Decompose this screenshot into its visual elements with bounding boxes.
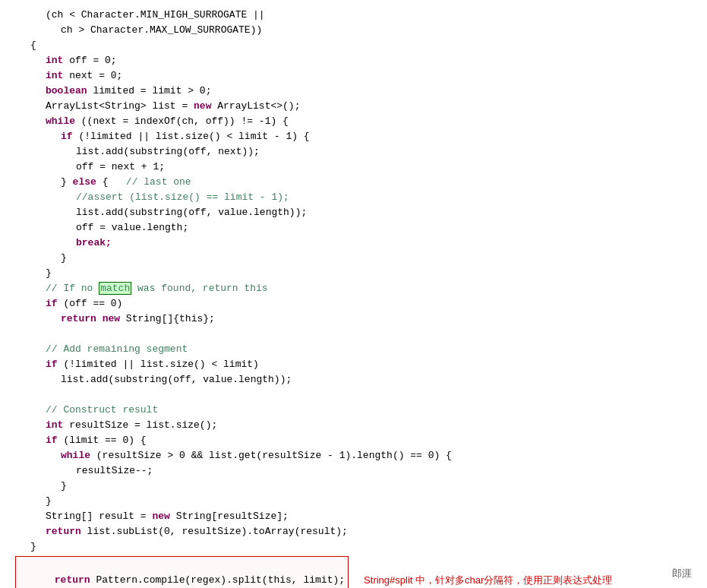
code-line: } else { // last one bbox=[15, 175, 707, 190]
code-line: } bbox=[15, 539, 707, 555]
code-line: // If no match was found, return this bbox=[15, 281, 707, 296]
code-line: } bbox=[15, 494, 707, 509]
code-line: String[] result = new String[resultSize]… bbox=[15, 509, 707, 524]
code-line: list.add(substring(off, value.length)); bbox=[15, 205, 707, 220]
code-line: if (limit == 0) { bbox=[15, 433, 707, 448]
code-line: resultSize--; bbox=[15, 463, 707, 479]
code-line: int next = 0; bbox=[15, 68, 707, 84]
code-line: // Add remaining segment bbox=[15, 342, 707, 357]
code-line: int resultSize = list.size(); bbox=[15, 418, 707, 433]
code-line: } bbox=[15, 479, 707, 494]
code-line: return new String[]{this}; bbox=[15, 311, 707, 327]
code-line: // Construct result bbox=[15, 403, 707, 418]
code-line: //assert (list.size() == limit - 1); bbox=[15, 190, 707, 205]
highlighted-code-line: return Pattern.compile(regex).split(this… bbox=[15, 556, 707, 588]
code-line bbox=[15, 327, 707, 342]
code-line: list.add(substring(off, value.length)); bbox=[15, 372, 707, 387]
code-container: (ch < Character.MIN_HIGH_SURROGATE || ch… bbox=[0, 0, 707, 588]
code-line: while ((next = indexOf(ch, off)) != -1) … bbox=[15, 114, 707, 129]
annotation-text: String#split 中，针对多char分隔符，使用正则表达式处理 bbox=[364, 573, 612, 588]
code-line: off = next + 1; bbox=[15, 160, 707, 175]
code-line: boolean limited = limit > 0; bbox=[15, 84, 707, 99]
code-line: } bbox=[15, 251, 707, 266]
code-line: { bbox=[15, 38, 707, 53]
code-line: ch > Character.MAX_LOW_SURROGATE)) bbox=[15, 23, 707, 38]
code-line: break; bbox=[15, 236, 707, 251]
code-line: } bbox=[15, 266, 707, 281]
code-line: off = value.length; bbox=[15, 220, 707, 236]
code-line bbox=[15, 387, 707, 403]
code-line: return list.subList(0, resultSize).toArr… bbox=[15, 524, 707, 539]
code-line: if (!limited || list.size() < limit - 1)… bbox=[15, 129, 707, 144]
code-line: (ch < Character.MIN_HIGH_SURROGATE || bbox=[15, 8, 707, 23]
code-line: list.add(substring(off, next)); bbox=[15, 144, 707, 160]
code-line: if (!limited || list.size() < limit) bbox=[15, 357, 707, 372]
code-line: while (resultSize > 0 && list.get(result… bbox=[15, 448, 707, 463]
code-line: int off = 0; bbox=[15, 53, 707, 68]
code-line: if (off == 0) bbox=[15, 296, 707, 311]
author-label: 郎涯 bbox=[672, 566, 692, 581]
code-line: ArrayList<String> list = new ArrayList<>… bbox=[15, 99, 707, 114]
highlighted-code: return Pattern.compile(regex).split(this… bbox=[15, 556, 349, 588]
